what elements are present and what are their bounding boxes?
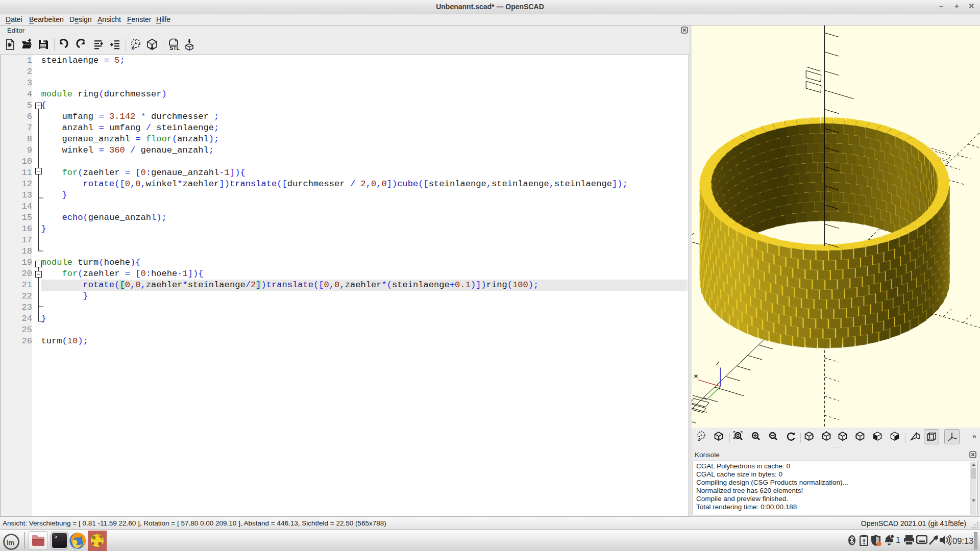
svg-text:»: » — [131, 44, 135, 51]
svg-text:STL: STL — [169, 45, 180, 51]
svg-text:z: z — [716, 359, 720, 367]
svg-text:lm: lm — [7, 539, 14, 546]
svg-text:»: » — [698, 436, 701, 442]
